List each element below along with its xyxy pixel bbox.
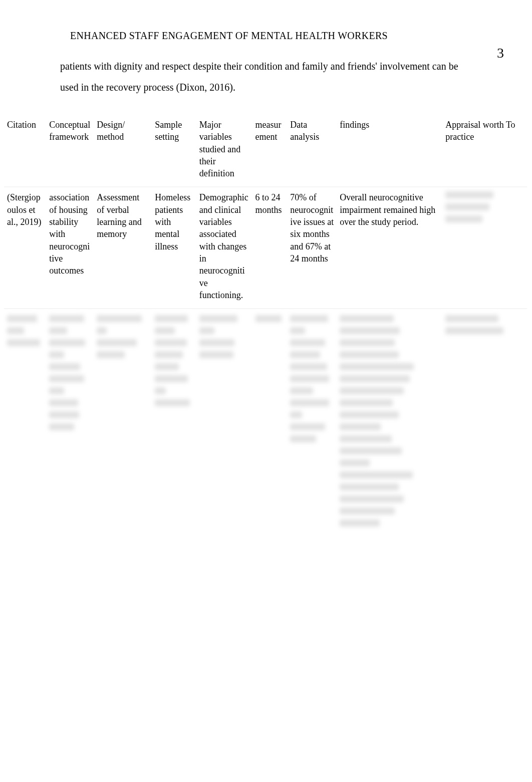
evidence-table: Citation Conceptual framework Design/ me…	[4, 115, 527, 547]
cell-citation: (Stergiopoulos et al., 2019)	[4, 187, 46, 309]
body-paragraph: patients with dignity and respect despit…	[60, 56, 472, 98]
th-framework: Conceptual framework	[46, 115, 94, 187]
th-analysis: Data analysis	[287, 115, 337, 187]
table-row-blurred	[4, 309, 527, 547]
blur-cell	[152, 309, 196, 547]
cell-variables: Demographic and clinical variables assoc…	[196, 187, 252, 309]
blur-cell	[4, 309, 46, 547]
cell-appraisal	[442, 187, 527, 309]
cell-sample: Homeless patients with mental illness	[152, 187, 196, 309]
cell-framework: association of housing stability with ne…	[46, 187, 94, 309]
blur-cell	[94, 309, 152, 547]
th-citation: Citation	[4, 115, 46, 187]
blur-cell	[252, 309, 288, 547]
blur-cell	[337, 309, 442, 547]
th-variables: Major variables studied and their defini…	[196, 115, 252, 187]
page-number: 3	[497, 45, 504, 61]
th-sample: Sample setting	[152, 115, 196, 187]
blur-cell	[287, 309, 337, 547]
th-design: Design/ method	[94, 115, 152, 187]
th-appraisal: Appraisal worth To practice	[442, 115, 527, 187]
blur-cell	[196, 309, 252, 547]
blur-cell	[442, 309, 527, 547]
cell-measure: 6 to 24 months	[252, 187, 288, 309]
cell-design: Assessment of verbal learning and memory	[94, 187, 152, 309]
th-findings: findings	[337, 115, 442, 187]
th-measure: measurement	[252, 115, 288, 187]
blur-cell	[46, 309, 94, 547]
cell-analysis: 70% of neurocognitive issues at six mont…	[287, 187, 337, 309]
table-header-row: Citation Conceptual framework Design/ me…	[4, 115, 527, 187]
table-row: (Stergiopoulos et al., 2019) association…	[4, 187, 527, 309]
cell-findings: Overall neurocognitive impairment remain…	[337, 187, 442, 309]
running-head: ENHANCED STAFF ENGAGEMENT OF MENTAL HEAL…	[40, 30, 492, 42]
document-page: ENHANCED STAFF ENGAGEMENT OF MENTAL HEAL…	[0, 0, 532, 782]
blurred-text	[445, 191, 524, 222]
